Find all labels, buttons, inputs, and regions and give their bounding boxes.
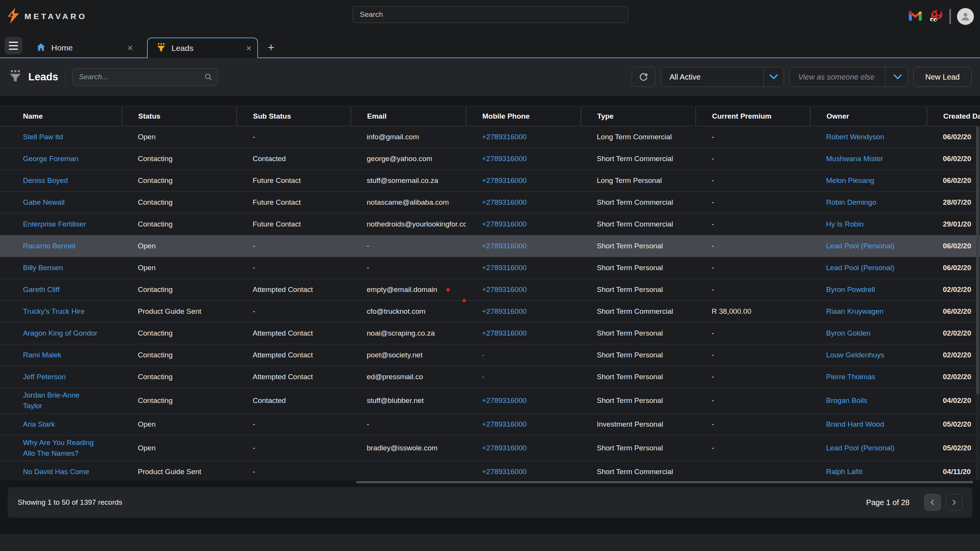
owner-link[interactable]: Robin Demingo <box>810 192 927 213</box>
lead-name-link[interactable]: Stell Paw ltd <box>23 133 63 141</box>
lead-name-link[interactable]: Racarrio Bennet <box>23 242 75 250</box>
phone-link[interactable]: +2789316000 <box>466 148 581 170</box>
column-header[interactable]: Owner <box>810 107 927 126</box>
phone-link[interactable]: +2789316000 <box>466 257 581 279</box>
ladybug-icon[interactable] <box>928 9 943 24</box>
table-row[interactable]: Deniss Boyed Contacting Future Contact s… <box>0 170 980 192</box>
owner-link[interactable]: Lead Pool (Personal) <box>810 235 927 257</box>
column-header[interactable]: Sub Status <box>237 107 351 126</box>
lead-name-link[interactable]: No David Has Come <box>23 468 89 476</box>
new-tab-button[interactable]: + <box>263 39 279 56</box>
phone-link[interactable]: +2789316000 <box>466 170 581 191</box>
lead-name-link[interactable]: Billy Bensen <box>23 264 63 272</box>
phone-link[interactable]: - <box>466 366 581 388</box>
owner-link[interactable]: Lead Pool (Personal) <box>810 435 927 461</box>
tab-leads[interactable]: Leads ✕ <box>147 37 258 58</box>
lead-name-link-line2[interactable]: Allo The Names? <box>23 449 78 458</box>
table-row[interactable]: Aragon King of Gondor Contacting Attempt… <box>0 323 980 344</box>
table-row[interactable]: George Foreman Contacting Contacted geor… <box>0 148 980 170</box>
global-search-input[interactable] <box>353 6 628 23</box>
sub-status-cell: Future Contact <box>237 214 351 235</box>
phone-link[interactable]: +2789316000 <box>466 461 581 480</box>
table-row[interactable]: Jordan Brie-Anne Taylor Contacting Conta… <box>0 388 980 414</box>
table-row[interactable]: Racarrio Bennet Open - - +2789316000 Sho… <box>0 235 980 257</box>
owner-link[interactable]: Pierre Thoimas <box>810 366 927 388</box>
table-row[interactable]: No David Has Come Product Guide Sent - +… <box>0 461 980 480</box>
menu-hamburger-button[interactable] <box>5 37 22 54</box>
lead-name-link[interactable]: Why Are You Reading <box>23 439 94 447</box>
table-row[interactable]: Stell Paw ltd Open - info@gmail.com +278… <box>0 126 980 148</box>
lead-name-link[interactable]: Jordan Brie-Anne <box>23 391 80 399</box>
owner-link[interactable]: Riaan Kruywagen <box>810 301 927 322</box>
owner-link[interactable]: Robert Wendyson <box>810 126 927 148</box>
user-avatar[interactable] <box>957 8 974 25</box>
phone-link[interactable]: +2789316000 <box>466 414 581 435</box>
table-row[interactable]: Jeff Peterson Contacting Attempted Conta… <box>0 366 980 388</box>
phone-link[interactable]: +2789316000 <box>466 279 581 300</box>
phone-link[interactable]: +2789316000 <box>466 192 581 213</box>
column-header[interactable]: Email <box>351 107 466 126</box>
owner-link[interactable]: Ralph Lafiti <box>810 461 927 480</box>
sub-status-cell: Attempted Contact <box>237 344 351 366</box>
owner-link[interactable]: Mushwana Mister <box>810 148 927 170</box>
lead-name-link[interactable]: Aria Stark <box>23 420 55 429</box>
vertical-scrollbar[interactable] <box>976 126 979 480</box>
view-as-select[interactable]: View as someone else <box>789 67 908 87</box>
table-row[interactable]: Billy Bensen Open - - +2789316000 Short … <box>0 257 980 279</box>
lead-name-link[interactable]: Trucky's Truck Hire <box>23 307 85 316</box>
table-row[interactable]: Trucky's Truck Hire Product Guide Sent -… <box>0 301 980 323</box>
phone-link[interactable]: +2789316000 <box>466 388 581 413</box>
email-cell: nothedroids@yourlookingfor.com <box>351 214 466 235</box>
lead-name-link[interactable]: Gabe Newall <box>23 198 65 207</box>
table-row[interactable]: Rami Malek Contacting Attempted Contact … <box>0 344 980 366</box>
phone-link[interactable]: +2789316000 <box>466 126 581 148</box>
owner-link[interactable]: Brogan Boils <box>810 388 927 413</box>
phone-link[interactable]: +2789316000 <box>466 235 581 257</box>
column-header[interactable]: Created Date <box>927 107 980 126</box>
table-row[interactable]: Gareth Cliff Contacting Attempted Contac… <box>0 279 980 301</box>
column-header[interactable]: Type <box>581 107 696 126</box>
status-cell: Contacting <box>122 170 237 191</box>
owner-link[interactable]: Melon Piesang <box>810 170 927 191</box>
refresh-button[interactable] <box>632 67 655 87</box>
column-header[interactable]: Mobile Phone <box>466 107 581 126</box>
lead-name-link[interactable]: Jeff Peterson <box>23 373 66 381</box>
lead-name-link-line2[interactable]: Taylor <box>23 402 42 410</box>
type-cell: Short Term Commercial <box>581 214 696 235</box>
status-filter-select[interactable]: All Active <box>661 67 784 87</box>
lead-name-link[interactable]: Aragon King of Gondor <box>23 329 97 337</box>
phone-link[interactable]: +2789316000 <box>466 435 581 461</box>
phone-link[interactable]: +2789316000 <box>466 301 581 322</box>
owner-link[interactable]: Louw Geldenhuys <box>810 344 927 366</box>
column-header[interactable]: Name <box>0 107 122 126</box>
lead-name-link[interactable]: George Foreman <box>23 155 78 163</box>
previous-page-button[interactable] <box>924 494 941 511</box>
lead-name-link[interactable]: Gareth Cliff <box>23 285 60 294</box>
owner-link[interactable]: Lead Pool (Personal) <box>810 257 927 279</box>
table-row[interactable]: Aria Stark Open - - +2789316000 Investme… <box>0 414 980 435</box>
tab-home[interactable]: Home ✕ <box>28 38 139 57</box>
phone-link[interactable]: - <box>466 344 581 366</box>
table-row[interactable]: Gabe Newall Contacting Future Contact no… <box>0 192 980 214</box>
type-cell: Investment Personal <box>581 414 696 435</box>
column-header[interactable]: Status <box>122 107 237 126</box>
table-row[interactable]: Why Are You Reading Allo The Names? Open… <box>0 435 980 461</box>
phone-link[interactable]: +2789316000 <box>466 323 581 344</box>
phone-link[interactable]: +2789316000 <box>466 214 581 235</box>
gmail-icon[interactable] <box>909 11 922 22</box>
tab-home-close-icon[interactable]: ✕ <box>127 44 133 52</box>
owner-link[interactable]: Hy Is Robin <box>810 214 927 235</box>
new-lead-button[interactable]: New Lead <box>913 67 972 87</box>
lead-name-link[interactable]: Rami Malek <box>23 351 61 359</box>
owner-link[interactable]: Byron Powdrell <box>810 279 927 300</box>
lead-name-link[interactable]: Enterprise Fertiliser <box>23 220 86 228</box>
table-row[interactable]: Enterprise Fertiliser Contacting Future … <box>0 214 980 235</box>
horizontal-scrollbar[interactable] <box>356 481 973 483</box>
owner-link[interactable]: Brand Hard Wood <box>810 414 927 435</box>
leads-search-input[interactable] <box>72 68 218 86</box>
lead-name-link[interactable]: Deniss Boyed <box>23 176 68 185</box>
tab-leads-close-icon[interactable]: ✕ <box>246 44 252 53</box>
next-page-button[interactable] <box>946 494 962 511</box>
owner-link[interactable]: Byron Golden <box>810 323 927 344</box>
column-header[interactable]: Current Premium <box>696 107 810 126</box>
